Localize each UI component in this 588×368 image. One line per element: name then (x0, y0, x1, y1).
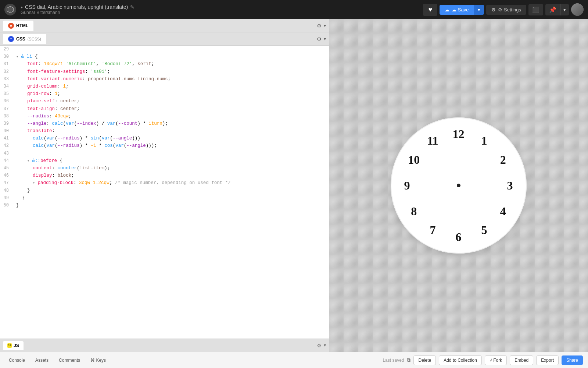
tab-assets[interactable]: Assets (32, 356, 52, 364)
line-content: } (15, 194, 329, 202)
line-content (15, 46, 329, 53)
line-content: grid-row: 1; (15, 90, 329, 98)
embed-button[interactable]: Embed (510, 355, 533, 365)
line-number: 50 (0, 202, 15, 209)
code-line: 45 content: counter(list-item); (0, 164, 329, 172)
console-tab-bar: JS JS ⚙ ▾ (0, 339, 329, 352)
code-line: 32 font-feature-settings: 'ss01'; (0, 68, 329, 75)
js-settings-icon[interactable]: ⚙ (317, 343, 322, 348)
line-number: 44 (0, 157, 15, 164)
tab-html[interactable]: H HTML (3, 21, 33, 31)
settings-button[interactable]: ⚙ ⚙ Settings (486, 5, 526, 15)
logo-icon[interactable] (4, 4, 16, 15)
clock-number: 9 (399, 177, 415, 194)
add-to-collection-button[interactable]: Add to Collection (439, 355, 482, 365)
change-view-button[interactable]: ⬛ (528, 4, 543, 15)
css-chevron[interactable]: ▾ (324, 36, 326, 42)
line-number: 47 (0, 179, 15, 187)
js-tab-label: JS (14, 343, 19, 348)
clock-number: 1 (476, 133, 492, 149)
clock-number: 10 (406, 152, 422, 168)
heart-button[interactable]: ♥ (423, 4, 437, 16)
code-line: 49 } (0, 194, 329, 202)
line-content: font-feature-settings: 'ss01'; (15, 68, 329, 75)
clock-number: 3 (502, 177, 518, 194)
line-content: --radius: 43cqw; (15, 113, 329, 120)
code-line: 50} (0, 202, 329, 209)
pen-status-dot: ● (21, 5, 23, 9)
code-line: 41 calc(var(--radius) * sin(var(--angle)… (0, 135, 329, 142)
code-line: 39 --angle: calc(var(--index) / var(--co… (0, 120, 329, 127)
line-content: display: block; (15, 172, 329, 179)
share-button[interactable]: Share (562, 355, 583, 365)
js-chevron[interactable]: ▾ (324, 343, 326, 348)
open-new-window-button[interactable]: ⧉ (407, 357, 410, 363)
avatar[interactable] (571, 3, 584, 16)
css-tab-bar-right: ⚙ ▾ (317, 36, 326, 42)
line-number: 41 (0, 135, 15, 142)
line-number: 40 (0, 127, 15, 135)
code-line: 37 text-align: center; (0, 105, 329, 113)
save-button[interactable]: ☁ ☁ Save (440, 5, 474, 15)
line-content: calc(var(--radius) * -1 * cos(var(--angl… (15, 142, 329, 149)
clock-face: 121234567891011 (391, 117, 527, 254)
line-content: } (15, 202, 329, 209)
clock-number: 7 (425, 222, 441, 238)
pin-button[interactable]: 📌 (545, 4, 560, 15)
line-content: --angle: calc(var(--index) / var(--count… (15, 120, 329, 127)
line-content: text-align: center; (15, 105, 329, 113)
tab-keys[interactable]: ⌘ Keys (87, 356, 110, 364)
save-dropdown-arrow[interactable]: ▾ (474, 5, 484, 15)
line-number: 46 (0, 172, 15, 179)
tab-comments[interactable]: Comments (55, 356, 84, 364)
editor-pane: H HTML ⚙ ▾ * CSS (SCSS) ⚙ ▾ 2930▾ & li {… (0, 19, 329, 352)
line-content (15, 150, 329, 157)
line-content: ▾ & li { (15, 53, 329, 60)
line-content: content: counter(list-item); (15, 164, 329, 172)
code-line: 47 ▾ padding-block: 3cqw 1.2cqw; /* magi… (0, 179, 329, 187)
line-number: 48 (0, 187, 15, 194)
tab-css[interactable]: * CSS (SCSS) (3, 34, 46, 44)
line-number: 39 (0, 120, 15, 127)
line-content: ▾ padding-block: 3cqw 1.2cqw; /* magic n… (15, 179, 329, 187)
line-content: grid-column: 1; (15, 83, 329, 90)
clock-number: 4 (495, 203, 511, 219)
code-line: 35 grid-row: 1; (0, 90, 329, 98)
save-label: ☁ Save (452, 7, 469, 13)
html-settings-icon[interactable]: ⚙ (317, 23, 322, 29)
line-content: } (15, 187, 329, 194)
line-content: font-variant-numeric: proportional-nums … (15, 75, 329, 83)
fork-button[interactable]: ⑂ Fork (485, 355, 507, 365)
html-tab-bar: H HTML ⚙ ▾ (0, 19, 329, 32)
code-line: 33 font-variant-numeric: proportional-nu… (0, 75, 329, 83)
code-line: 44 ▾ &::before { (0, 157, 329, 164)
code-line: 46 display: block; (0, 172, 329, 179)
line-content: ▾ &::before { (15, 157, 329, 164)
code-line: 36 place-self: center; (0, 98, 329, 105)
pen-title-row: ● CSS dial, Arabic numerals, upright (tr… (21, 4, 419, 10)
clock-number: 12 (451, 126, 467, 142)
code-line: 40 translate: (0, 127, 329, 135)
delete-button[interactable]: Delete (413, 355, 436, 365)
gear-icon: ⚙ (491, 7, 496, 13)
html-chevron[interactable]: ▾ (324, 23, 326, 28)
line-content: place-self: center; (15, 98, 329, 105)
css-icon: * (8, 36, 14, 42)
title-area: ● CSS dial, Arabic numerals, upright (tr… (21, 4, 419, 15)
code-editor[interactable]: 2930▾ & li {31 font: 10cqw/1 'Alchemist'… (0, 46, 329, 339)
tab-console[interactable]: Console (5, 356, 29, 364)
edit-pen-icon[interactable]: ✎ (130, 4, 135, 10)
clock-number: 5 (476, 222, 492, 238)
line-number: 49 (0, 194, 15, 202)
clock-number: 8 (406, 203, 422, 219)
tab-js[interactable]: JS JS (3, 341, 24, 350)
author-name: Gunnar Bittersmann (21, 10, 419, 15)
svg-marker-1 (8, 7, 12, 12)
pin-dropdown-arrow[interactable]: ▾ (560, 4, 569, 15)
css-settings-icon[interactable]: ⚙ (317, 36, 322, 42)
export-button[interactable]: Export (536, 355, 559, 365)
code-line: 30▾ & li { (0, 53, 329, 60)
settings-label: ⚙ Settings (498, 7, 521, 13)
code-line: 48 } (0, 187, 329, 194)
line-number: 35 (0, 90, 15, 98)
